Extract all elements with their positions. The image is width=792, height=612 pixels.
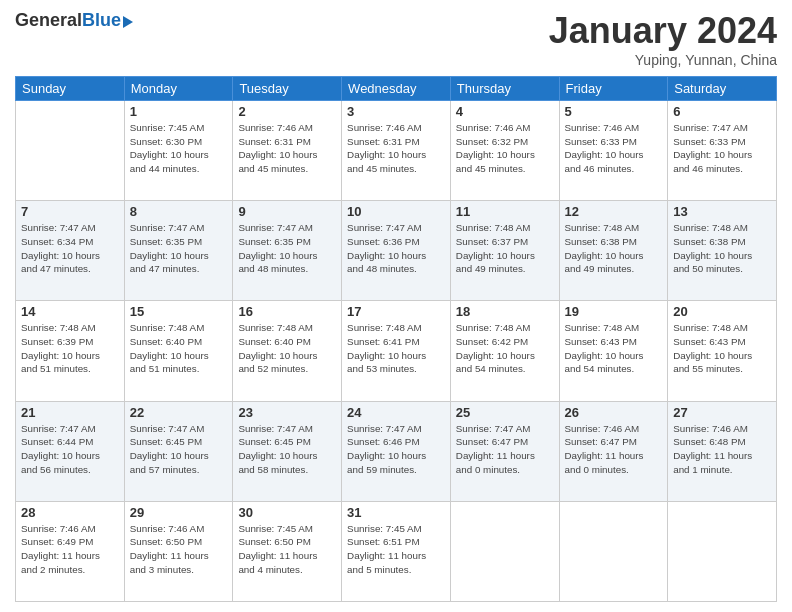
day-info: Sunrise: 7:47 AMSunset: 6:35 PMDaylight:… [130, 221, 228, 276]
day-info: Sunrise: 7:47 AMSunset: 6:44 PMDaylight:… [21, 422, 119, 477]
day-number: 16 [238, 304, 336, 319]
day-info: Sunrise: 7:48 AMSunset: 6:40 PMDaylight:… [130, 321, 228, 376]
calendar-cell: 9Sunrise: 7:47 AMSunset: 6:35 PMDaylight… [233, 201, 342, 301]
logo-arrow-icon [123, 16, 133, 28]
day-info: Sunrise: 7:47 AMSunset: 6:36 PMDaylight:… [347, 221, 445, 276]
day-info: Sunrise: 7:47 AMSunset: 6:45 PMDaylight:… [130, 422, 228, 477]
day-info: Sunrise: 7:48 AMSunset: 6:38 PMDaylight:… [673, 221, 771, 276]
day-info: Sunrise: 7:45 AMSunset: 6:30 PMDaylight:… [130, 121, 228, 176]
calendar-cell: 29Sunrise: 7:46 AMSunset: 6:50 PMDayligh… [124, 501, 233, 601]
calendar-cell: 16Sunrise: 7:48 AMSunset: 6:40 PMDayligh… [233, 301, 342, 401]
day-number: 6 [673, 104, 771, 119]
logo-blue: Blue [82, 10, 121, 31]
day-number: 26 [565, 405, 663, 420]
day-number: 18 [456, 304, 554, 319]
day-number: 23 [238, 405, 336, 420]
day-info: Sunrise: 7:48 AMSunset: 6:43 PMDaylight:… [673, 321, 771, 376]
day-info: Sunrise: 7:47 AMSunset: 6:45 PMDaylight:… [238, 422, 336, 477]
calendar-cell: 12Sunrise: 7:48 AMSunset: 6:38 PMDayligh… [559, 201, 668, 301]
day-number: 29 [130, 505, 228, 520]
day-info: Sunrise: 7:46 AMSunset: 6:49 PMDaylight:… [21, 522, 119, 577]
day-info: Sunrise: 7:48 AMSunset: 6:41 PMDaylight:… [347, 321, 445, 376]
day-number: 3 [347, 104, 445, 119]
calendar-cell: 21Sunrise: 7:47 AMSunset: 6:44 PMDayligh… [16, 401, 125, 501]
day-number: 28 [21, 505, 119, 520]
day-number: 25 [456, 405, 554, 420]
day-number: 10 [347, 204, 445, 219]
day-info: Sunrise: 7:46 AMSunset: 6:31 PMDaylight:… [238, 121, 336, 176]
calendar-cell: 8Sunrise: 7:47 AMSunset: 6:35 PMDaylight… [124, 201, 233, 301]
calendar-cell: 28Sunrise: 7:46 AMSunset: 6:49 PMDayligh… [16, 501, 125, 601]
calendar-cell: 1Sunrise: 7:45 AMSunset: 6:30 PMDaylight… [124, 101, 233, 201]
calendar-cell: 23Sunrise: 7:47 AMSunset: 6:45 PMDayligh… [233, 401, 342, 501]
day-info: Sunrise: 7:48 AMSunset: 6:40 PMDaylight:… [238, 321, 336, 376]
calendar-cell [450, 501, 559, 601]
day-info: Sunrise: 7:47 AMSunset: 6:47 PMDaylight:… [456, 422, 554, 477]
day-number: 17 [347, 304, 445, 319]
day-header-row: SundayMondayTuesdayWednesdayThursdayFrid… [16, 77, 777, 101]
day-info: Sunrise: 7:47 AMSunset: 6:33 PMDaylight:… [673, 121, 771, 176]
day-number: 4 [456, 104, 554, 119]
day-number: 27 [673, 405, 771, 420]
day-of-week-tuesday: Tuesday [233, 77, 342, 101]
week-row-4: 21Sunrise: 7:47 AMSunset: 6:44 PMDayligh… [16, 401, 777, 501]
calendar-cell: 30Sunrise: 7:45 AMSunset: 6:50 PMDayligh… [233, 501, 342, 601]
week-row-3: 14Sunrise: 7:48 AMSunset: 6:39 PMDayligh… [16, 301, 777, 401]
day-of-week-friday: Friday [559, 77, 668, 101]
day-number: 30 [238, 505, 336, 520]
day-number: 13 [673, 204, 771, 219]
calendar-cell: 22Sunrise: 7:47 AMSunset: 6:45 PMDayligh… [124, 401, 233, 501]
calendar-cell: 7Sunrise: 7:47 AMSunset: 6:34 PMDaylight… [16, 201, 125, 301]
day-number: 21 [21, 405, 119, 420]
calendar-cell: 18Sunrise: 7:48 AMSunset: 6:42 PMDayligh… [450, 301, 559, 401]
day-number: 1 [130, 104, 228, 119]
calendar-table: SundayMondayTuesdayWednesdayThursdayFrid… [15, 76, 777, 602]
day-info: Sunrise: 7:48 AMSunset: 6:38 PMDaylight:… [565, 221, 663, 276]
calendar-cell: 6Sunrise: 7:47 AMSunset: 6:33 PMDaylight… [668, 101, 777, 201]
calendar-cell: 11Sunrise: 7:48 AMSunset: 6:37 PMDayligh… [450, 201, 559, 301]
day-number: 5 [565, 104, 663, 119]
calendar-cell: 13Sunrise: 7:48 AMSunset: 6:38 PMDayligh… [668, 201, 777, 301]
calendar-cell: 14Sunrise: 7:48 AMSunset: 6:39 PMDayligh… [16, 301, 125, 401]
day-of-week-thursday: Thursday [450, 77, 559, 101]
day-info: Sunrise: 7:47 AMSunset: 6:46 PMDaylight:… [347, 422, 445, 477]
week-row-2: 7Sunrise: 7:47 AMSunset: 6:34 PMDaylight… [16, 201, 777, 301]
day-number: 31 [347, 505, 445, 520]
day-number: 12 [565, 204, 663, 219]
calendar-cell: 17Sunrise: 7:48 AMSunset: 6:41 PMDayligh… [342, 301, 451, 401]
day-number: 19 [565, 304, 663, 319]
calendar-cell: 5Sunrise: 7:46 AMSunset: 6:33 PMDaylight… [559, 101, 668, 201]
day-of-week-monday: Monday [124, 77, 233, 101]
calendar-cell [16, 101, 125, 201]
calendar-cell: 31Sunrise: 7:45 AMSunset: 6:51 PMDayligh… [342, 501, 451, 601]
title-block: January 2024 Yuping, Yunnan, China [549, 10, 777, 68]
day-of-week-sunday: Sunday [16, 77, 125, 101]
day-number: 14 [21, 304, 119, 319]
day-number: 9 [238, 204, 336, 219]
day-number: 11 [456, 204, 554, 219]
calendar-cell: 25Sunrise: 7:47 AMSunset: 6:47 PMDayligh… [450, 401, 559, 501]
calendar-cell [559, 501, 668, 601]
location: Yuping, Yunnan, China [549, 52, 777, 68]
calendar-cell: 10Sunrise: 7:47 AMSunset: 6:36 PMDayligh… [342, 201, 451, 301]
day-info: Sunrise: 7:45 AMSunset: 6:51 PMDaylight:… [347, 522, 445, 577]
day-info: Sunrise: 7:48 AMSunset: 6:39 PMDaylight:… [21, 321, 119, 376]
page-header: General Blue January 2024 Yuping, Yunnan… [15, 10, 777, 68]
week-row-1: 1Sunrise: 7:45 AMSunset: 6:30 PMDaylight… [16, 101, 777, 201]
day-info: Sunrise: 7:48 AMSunset: 6:37 PMDaylight:… [456, 221, 554, 276]
day-info: Sunrise: 7:46 AMSunset: 6:47 PMDaylight:… [565, 422, 663, 477]
calendar-cell: 15Sunrise: 7:48 AMSunset: 6:40 PMDayligh… [124, 301, 233, 401]
calendar-cell: 4Sunrise: 7:46 AMSunset: 6:32 PMDaylight… [450, 101, 559, 201]
calendar-page: General Blue January 2024 Yuping, Yunnan… [0, 0, 792, 612]
calendar-cell: 27Sunrise: 7:46 AMSunset: 6:48 PMDayligh… [668, 401, 777, 501]
calendar-cell: 20Sunrise: 7:48 AMSunset: 6:43 PMDayligh… [668, 301, 777, 401]
calendar-cell: 3Sunrise: 7:46 AMSunset: 6:31 PMDaylight… [342, 101, 451, 201]
day-number: 22 [130, 405, 228, 420]
day-info: Sunrise: 7:47 AMSunset: 6:35 PMDaylight:… [238, 221, 336, 276]
week-row-5: 28Sunrise: 7:46 AMSunset: 6:49 PMDayligh… [16, 501, 777, 601]
day-info: Sunrise: 7:46 AMSunset: 6:48 PMDaylight:… [673, 422, 771, 477]
day-info: Sunrise: 7:46 AMSunset: 6:31 PMDaylight:… [347, 121, 445, 176]
calendar-cell: 19Sunrise: 7:48 AMSunset: 6:43 PMDayligh… [559, 301, 668, 401]
day-info: Sunrise: 7:46 AMSunset: 6:33 PMDaylight:… [565, 121, 663, 176]
day-info: Sunrise: 7:46 AMSunset: 6:32 PMDaylight:… [456, 121, 554, 176]
